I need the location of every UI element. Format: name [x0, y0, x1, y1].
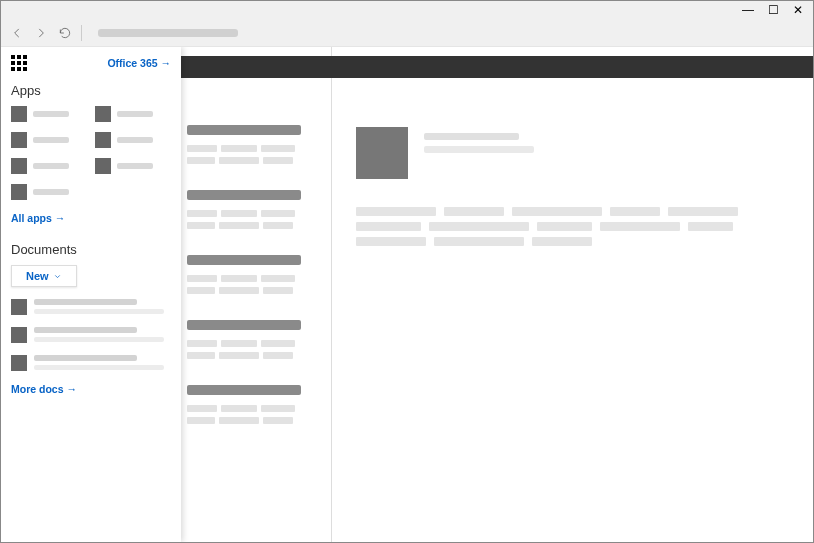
app-icon [11, 132, 27, 148]
back-button[interactable] [9, 25, 25, 41]
list-item[interactable] [187, 320, 321, 359]
address-bar[interactable] [90, 24, 805, 42]
app-launcher-icon[interactable] [11, 55, 27, 71]
app-icon [11, 106, 27, 122]
documents-heading: Documents [11, 242, 171, 257]
list-item-title [187, 320, 301, 330]
list-item[interactable] [187, 190, 321, 229]
header-bar [181, 56, 813, 78]
apps-heading: Apps [11, 83, 171, 98]
list-item[interactable] [187, 385, 321, 424]
window-maximize-button[interactable]: ☐ [768, 4, 779, 16]
app-label [33, 137, 69, 143]
app-label [117, 111, 153, 117]
app-tile[interactable] [95, 106, 171, 122]
chevron-down-icon [53, 272, 62, 281]
app-label [33, 189, 69, 195]
content-thumbnail [356, 127, 408, 179]
list-item-title [187, 385, 301, 395]
app-tile[interactable] [11, 158, 87, 174]
app-icon [11, 184, 27, 200]
document-item[interactable] [11, 355, 171, 371]
app-tile[interactable] [95, 132, 171, 148]
page-content: Office 365 → Apps All apps → Documents N… [1, 47, 813, 542]
document-meta [34, 327, 171, 343]
app-tile[interactable] [95, 158, 171, 174]
app-label [117, 137, 153, 143]
toolbar-divider [81, 25, 82, 41]
list-item[interactable] [187, 255, 321, 294]
content-body [356, 207, 789, 246]
address-placeholder [98, 29, 238, 37]
app-icon [11, 158, 27, 174]
new-button-label: New [26, 270, 49, 282]
window-close-button[interactable]: ✕ [793, 4, 803, 16]
all-apps-link[interactable]: All apps → [11, 212, 171, 224]
app-icon [95, 132, 111, 148]
apps-grid [11, 106, 171, 200]
more-docs-link[interactable]: More docs → [11, 383, 171, 395]
list-item[interactable] [187, 125, 321, 164]
browser-window: — ☐ ✕ Office 365 → Apps [0, 0, 814, 543]
document-meta [34, 355, 171, 371]
document-icon [11, 355, 27, 371]
app-icon [95, 158, 111, 174]
document-meta [34, 299, 171, 315]
app-tile[interactable] [11, 132, 87, 148]
list-item-title [187, 190, 301, 200]
browser-toolbar [1, 19, 813, 47]
app-label [33, 163, 69, 169]
window-minimize-button[interactable]: — [742, 4, 754, 16]
content-title [424, 133, 519, 140]
refresh-button[interactable] [57, 25, 73, 41]
content-subtitle [424, 146, 534, 153]
document-icon [11, 299, 27, 315]
document-item[interactable] [11, 299, 171, 315]
new-document-button[interactable]: New [11, 265, 77, 287]
forward-button[interactable] [33, 25, 49, 41]
list-item-title [187, 255, 301, 265]
office365-link[interactable]: Office 365 → [107, 57, 171, 69]
app-icon [95, 106, 111, 122]
app-tile[interactable] [11, 106, 87, 122]
list-item-title [187, 125, 301, 135]
app-launcher-panel: Office 365 → Apps All apps → Documents N… [1, 47, 181, 542]
reading-pane [331, 47, 813, 542]
list-column [181, 47, 331, 542]
app-label [117, 163, 153, 169]
app-tile[interactable] [11, 184, 87, 200]
window-titlebar: — ☐ ✕ [1, 1, 813, 19]
document-item[interactable] [11, 327, 171, 343]
content-header [356, 127, 789, 179]
document-icon [11, 327, 27, 343]
app-label [33, 111, 69, 117]
